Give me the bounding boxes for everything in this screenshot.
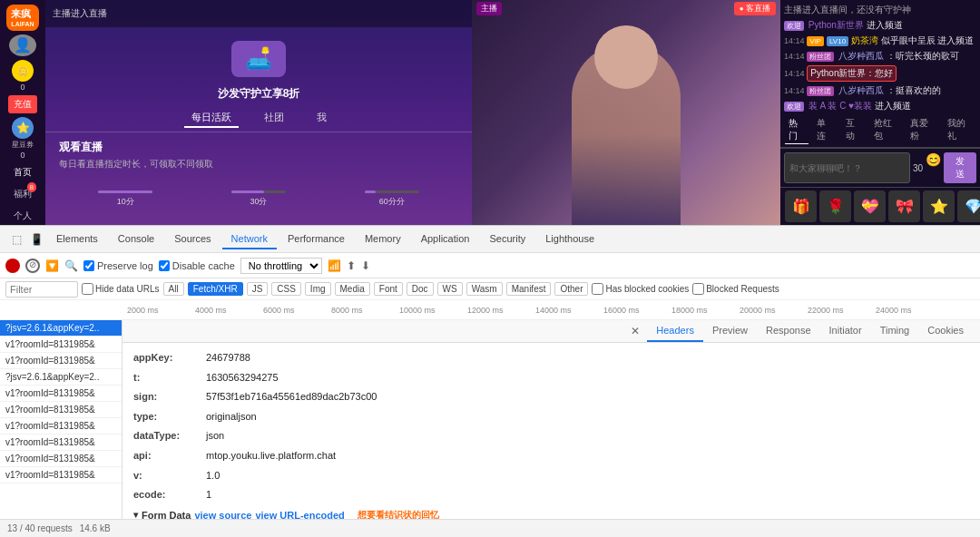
tab-application[interactable]: Application xyxy=(412,229,479,249)
request-item-1[interactable]: v1?roomId=8131985& xyxy=(0,337,122,353)
recharge-button[interactable]: 充值 xyxy=(8,95,37,113)
clear-button[interactable]: ⊘ xyxy=(25,259,40,273)
streaming-area: 来疯 LAIFAN 👤 🪙 0 充值 ⭐ 星豆券 0 首页 福利 8 个人 主播… xyxy=(0,0,980,225)
chat-tab-interact[interactable]: 互动 xyxy=(842,116,866,144)
gift-6[interactable]: 💎 xyxy=(957,190,980,222)
tab-performance[interactable]: Performance xyxy=(279,229,354,249)
wifi-icon[interactable]: 📶 xyxy=(328,259,341,272)
hide-data-urls-check[interactable] xyxy=(82,283,93,295)
user-avatar[interactable]: 👤 xyxy=(9,34,36,56)
detail-tab-cookies[interactable]: Cookies xyxy=(918,320,973,342)
view-source-link[interactable]: view source xyxy=(194,510,251,519)
chat-msg-2: 14:14 VIP LV10 奶茶湾 似乎眼中呈辰 进入频道 xyxy=(784,34,976,47)
preserve-log-checkbox[interactable]: Preserve log xyxy=(83,260,153,271)
detail-tab-timing[interactable]: Timing xyxy=(871,320,919,342)
filter-ws[interactable]: WS xyxy=(437,282,463,296)
gift-5[interactable]: ⭐ xyxy=(923,190,955,222)
detail-tab-response[interactable]: Response xyxy=(757,320,820,342)
gift-2[interactable]: 🌹 xyxy=(819,190,851,222)
filter-img[interactable]: Img xyxy=(305,282,331,296)
tl-3: 8000 ms xyxy=(331,306,363,315)
annotation-text: 想要看结识状的回忆 xyxy=(358,509,439,519)
network-toolbar: ⊘ 🔽 🔍 Preserve log Disable cache No thro… xyxy=(0,253,980,278)
detail-appkey: appKey: 24679788 xyxy=(133,350,969,366)
tab-daily-active[interactable]: 每日活跃 xyxy=(184,109,239,128)
request-item-0[interactable]: ?jsv=2.6.1&appKey=2.. xyxy=(0,320,122,337)
tab-network[interactable]: Network xyxy=(222,229,277,249)
inspect-icon[interactable]: ⬚ xyxy=(7,230,25,249)
tab-security[interactable]: Security xyxy=(480,229,534,249)
nav-home[interactable]: 首页 xyxy=(12,163,34,181)
filter-manifest[interactable]: Manifest xyxy=(506,282,552,296)
gift-3[interactable]: 💝 xyxy=(854,190,886,222)
tl-8: 18000 ms xyxy=(671,306,708,315)
filter-js[interactable]: JS xyxy=(247,282,269,296)
throttle-select[interactable]: No throttling xyxy=(240,258,322,274)
view-url-encoded-link[interactable]: view URL-encoded xyxy=(255,510,344,519)
filter-css[interactable]: CSS xyxy=(271,282,301,296)
chat-emoji-icon[interactable]: 😊 xyxy=(926,152,941,183)
blocked-cookies-label[interactable]: Has blocked cookies xyxy=(592,283,689,295)
filter-media[interactable]: Media xyxy=(335,282,370,296)
tab-lighthouse[interactable]: Lighthouse xyxy=(536,229,603,249)
record-button[interactable] xyxy=(5,259,20,273)
star-label: 星豆券 xyxy=(12,140,34,150)
tab-sources[interactable]: Sources xyxy=(165,229,220,249)
request-item-4[interactable]: v1?roomId=8131985& xyxy=(0,386,122,402)
download-icon[interactable]: ⬇ xyxy=(361,259,370,272)
filter-icon[interactable]: 🔽 xyxy=(45,259,59,272)
request-item-6[interactable]: v1?roomId=8131985& xyxy=(0,418,122,434)
star-icon: ⭐ xyxy=(12,117,34,139)
request-item-2[interactable]: v1?roomId=8131985& xyxy=(0,353,122,369)
filter-input[interactable] xyxy=(5,281,78,298)
chat-tab-redpack[interactable]: 抢红包 xyxy=(870,116,902,144)
filter-other[interactable]: Other xyxy=(554,282,588,296)
product-title: 沙发守护立享8折 xyxy=(45,86,472,102)
detail-tab-headers[interactable]: Headers xyxy=(647,320,703,342)
disable-cache-check[interactable] xyxy=(159,260,170,271)
nav-profile[interactable]: 个人 xyxy=(12,207,34,225)
chat-panel: 主播进入直播间，还没有守护神 欢迎 Python新世界 进入频道 14:14 V… xyxy=(780,0,980,225)
request-item-3[interactable]: ?jsv=2.6.1&appKey=2.. xyxy=(0,369,122,386)
disable-cache-checkbox[interactable]: Disable cache xyxy=(159,260,235,271)
filter-fetch-xhr[interactable]: Fetch/XHR xyxy=(188,282,243,296)
request-item-8[interactable]: v1?roomId=8131985& xyxy=(0,451,122,467)
filter-doc[interactable]: Doc xyxy=(407,282,434,296)
chat-input[interactable] xyxy=(784,152,910,183)
upload-icon[interactable]: ⬆ xyxy=(347,259,356,272)
gift-1[interactable]: 🎁 xyxy=(785,190,817,222)
request-item-9[interactable]: v1?roomId=8131985& xyxy=(0,467,122,483)
preserve-log-check[interactable] xyxy=(83,260,94,271)
detail-tab-initiator[interactable]: Initiator xyxy=(820,320,871,342)
hide-data-urls-label[interactable]: Hide data URLs xyxy=(82,283,160,295)
detail-tab-preview[interactable]: Preview xyxy=(703,320,757,342)
filter-font[interactable]: Font xyxy=(374,282,403,296)
blocked-cookies-check[interactable] xyxy=(592,283,603,295)
filter-all[interactable]: All xyxy=(163,282,184,296)
chat-send-button[interactable]: 发送 xyxy=(944,152,976,183)
chat-tab-fans[interactable]: 真爱粉 xyxy=(906,116,938,144)
tab-me[interactable]: 我 xyxy=(309,109,334,128)
detail-content: appKey: 24679788 t: 1630563294275 sign: … xyxy=(122,343,980,519)
device-icon[interactable]: 📱 xyxy=(27,230,45,249)
request-item-5[interactable]: v1?roomId=8131985& xyxy=(0,402,122,418)
chat-tab-single[interactable]: 单连 xyxy=(813,116,837,144)
chat-tab-hot[interactable]: 热门 xyxy=(785,116,808,144)
chat-msg-3: 14:14 粉丝团 八岁种西瓜 ：听完长颈的歌可 xyxy=(784,50,976,63)
form-data-section[interactable]: Form Data view source view URL-encoded 想… xyxy=(133,509,969,519)
tab-elements[interactable]: Elements xyxy=(47,229,107,249)
chat-tab-gifts[interactable]: 我的礼 xyxy=(944,116,975,144)
tab-guild[interactable]: 社团 xyxy=(257,109,291,128)
nav-welfare[interactable]: 福利 8 xyxy=(12,185,34,203)
blocked-requests-label[interactable]: Blocked Requests xyxy=(692,283,779,295)
filter-wasm[interactable]: Wasm xyxy=(466,282,503,296)
tl-4: 10000 ms xyxy=(399,306,436,315)
request-item-7[interactable]: v1?roomId=8131985& xyxy=(0,434,122,451)
tab-console[interactable]: Console xyxy=(109,229,163,249)
detail-tabs: ✕ Headers Preview Response Initiator Tim… xyxy=(122,320,980,343)
tab-memory[interactable]: Memory xyxy=(356,229,410,249)
search-icon[interactable]: 🔍 xyxy=(64,259,78,272)
blocked-requests-check[interactable] xyxy=(692,283,704,295)
gift-4[interactable]: 🎀 xyxy=(888,190,920,222)
detail-close-button[interactable]: ✕ xyxy=(623,320,647,342)
